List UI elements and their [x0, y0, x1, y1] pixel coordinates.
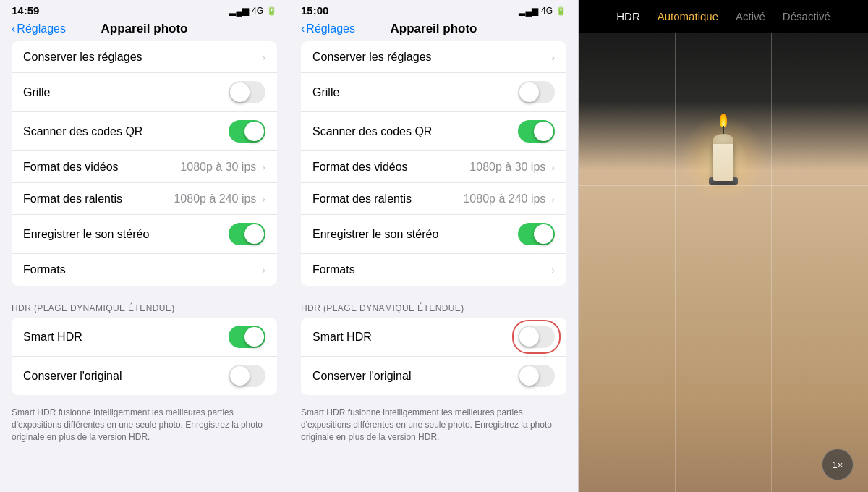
panel1: 14:59 ▂▄▆ 4G 🔋 ‹ Réglages Appareil photo…	[0, 0, 289, 492]
nav-bar-1: ‹ Réglages Appareil photo	[0, 20, 289, 41]
row-label: Conserver les réglages	[312, 51, 432, 64]
toggle-thumb	[244, 327, 264, 347]
hdr-footer-1: Smart HDR fusionne intelligemment les me…	[0, 401, 289, 454]
row-format-ralentis-2[interactable]: Format des ralentis 1080p à 240 ips ›	[301, 183, 566, 215]
row-right: ›	[259, 264, 265, 276]
row-format-videos-2[interactable]: Format des vidéos 1080p à 30 ips ›	[301, 151, 566, 183]
row-formats-1[interactable]: Formats ›	[12, 254, 277, 286]
grid-line-v2	[771, 33, 772, 492]
row-format-videos-1[interactable]: Format des vidéos 1080p à 30 ips ›	[12, 151, 277, 183]
toggle-son-stereo-1[interactable]	[229, 223, 265, 245]
row-grille-2[interactable]: Grille	[301, 73, 566, 112]
toggle-grille-2[interactable]	[518, 81, 555, 103]
row-right: ›	[548, 264, 555, 276]
panel2: 15:00 ▂▄▆ 4G 🔋 ‹ Réglages Appareil photo…	[289, 0, 579, 492]
toggle-thumb	[230, 366, 250, 386]
network-type-2: 4G	[541, 6, 553, 16]
row-son-stereo-2[interactable]: Enregistrer le son stéréo	[301, 215, 566, 254]
candle-top	[713, 134, 733, 144]
row-smart-hdr-2[interactable]: Smart HDR	[301, 318, 566, 357]
row-label: Formats	[312, 263, 355, 276]
hdr-section-1: HDR (PLAGE DYNAMIQUE ÉTENDUE) Smart HDR …	[0, 292, 289, 454]
row-scanner-qr-1[interactable]: Scanner des codes QR	[12, 112, 277, 151]
row-right: 1080p à 30 ips ›	[180, 161, 265, 174]
toggle-thumb	[534, 224, 553, 244]
row-conserver-reglages-2[interactable]: Conserver les réglages ›	[301, 41, 566, 73]
hdr-group-1: Smart HDR Conserver l'original	[12, 318, 277, 395]
row-label: Conserver l'original	[23, 370, 122, 383]
toggle-thumb	[519, 327, 539, 347]
row-smart-hdr-1[interactable]: Smart HDR	[12, 318, 277, 357]
hdr-label: HDR	[616, 10, 640, 22]
grid-line-v1	[675, 33, 676, 492]
toggle-highlight-wrapper	[518, 326, 555, 348]
chevron-icon: ›	[551, 161, 555, 173]
row-label: Scanner des codes QR	[23, 125, 142, 138]
chevron-icon: ›	[551, 264, 555, 276]
hdr-section-2: HDR (PLAGE DYNAMIQUE ÉTENDUE) Smart HDR …	[289, 292, 578, 454]
hdr-option-desactive[interactable]: Désactivé	[783, 10, 830, 22]
chevron-icon: ›	[262, 264, 265, 276]
toggle-smart-hdr-2[interactable]	[518, 326, 555, 348]
hdr-option-automatique[interactable]: Automatique	[658, 10, 718, 22]
status-time-2: 15:00	[301, 4, 328, 17]
row-value: 1080p à 30 ips	[180, 161, 256, 174]
status-bar-1: 14:59 ▂▄▆ 4G 🔋	[0, 0, 289, 20]
back-chevron-1: ‹	[12, 22, 15, 35]
row-format-ralentis-1[interactable]: Format des ralentis 1080p à 240 ips ›	[12, 183, 277, 215]
toggle-conserver-original-1[interactable]	[229, 365, 265, 387]
row-conserver-reglages-1[interactable]: Conserver les réglages ›	[12, 41, 277, 73]
candle-flame	[720, 114, 727, 127]
chevron-icon: ›	[262, 193, 265, 205]
row-label: Scanner des codes QR	[312, 125, 432, 138]
chevron-icon: ›	[551, 193, 555, 205]
main-group-2: Conserver les réglages › Grille Scanner …	[301, 41, 566, 286]
hdr-option-active[interactable]: Activé	[736, 10, 765, 22]
back-button-1[interactable]: ‹ Réglages	[12, 22, 66, 35]
signal-icon-2: ▂▄▆	[519, 6, 538, 16]
toggle-conserver-original-2[interactable]	[518, 365, 555, 387]
row-value: 1080p à 240 ips	[174, 192, 256, 205]
row-value: 1080p à 240 ips	[463, 192, 545, 205]
back-button-2[interactable]: ‹ Réglages	[301, 22, 355, 35]
page-title-1: Appareil photo	[101, 22, 188, 36]
toggle-thumb	[519, 366, 539, 386]
chevron-icon: ›	[551, 51, 555, 63]
battery-icon-2: 🔋	[556, 6, 566, 16]
chevron-icon: ›	[262, 51, 265, 63]
row-son-stereo-1[interactable]: Enregistrer le son stéréo	[12, 215, 277, 254]
row-conserver-original-1[interactable]: Conserver l'original	[12, 357, 277, 395]
toggle-smart-hdr-1[interactable]	[229, 326, 265, 348]
candle-body	[713, 141, 733, 181]
status-bar-2: 15:00 ▂▄▆ 4G 🔋	[289, 0, 578, 20]
toggle-scanner-2[interactable]	[518, 120, 555, 143]
row-label: Smart HDR	[23, 331, 82, 344]
status-icons-2: ▂▄▆ 4G 🔋	[519, 6, 566, 16]
toggle-grille-1[interactable]	[229, 81, 265, 103]
camera-panel: HDR Automatique Activé Désactivé	[579, 0, 868, 492]
row-formats-2[interactable]: Formats ›	[301, 254, 566, 286]
nav-bar-2: ‹ Réglages Appareil photo	[289, 20, 578, 41]
row-value: 1080p à 30 ips	[469, 161, 545, 174]
row-label: Formats	[23, 263, 66, 276]
row-grille-1[interactable]: Grille	[12, 73, 277, 112]
row-label: Conserver l'original	[312, 370, 411, 383]
main-section-1: Conserver les réglages › Grille Scanner …	[0, 41, 289, 286]
settings-list-2: Conserver les réglages › Grille Scanner …	[289, 41, 578, 492]
row-label: Conserver les réglages	[23, 51, 142, 64]
row-scanner-qr-2[interactable]: Scanner des codes QR	[301, 112, 566, 151]
network-type-1: 4G	[252, 6, 263, 16]
back-label-1: Réglages	[17, 22, 66, 35]
zoom-button[interactable]: 1×	[822, 449, 854, 480]
row-conserver-original-2[interactable]: Conserver l'original	[301, 357, 566, 395]
back-label-2: Réglages	[306, 22, 355, 35]
toggle-thumb	[534, 122, 553, 141]
toggle-thumb	[244, 122, 264, 141]
signal-icon-1: ▂▄▆	[229, 6, 249, 16]
toggle-scanner-1[interactable]	[229, 120, 265, 143]
grid-line-h2	[579, 339, 868, 339]
toggle-son-stereo-2[interactable]	[518, 223, 555, 245]
row-label: Format des ralentis	[23, 192, 122, 205]
hdr-section-header-1: HDR (PLAGE DYNAMIQUE ÉTENDUE)	[0, 292, 289, 318]
row-label: Grille	[23, 86, 50, 99]
